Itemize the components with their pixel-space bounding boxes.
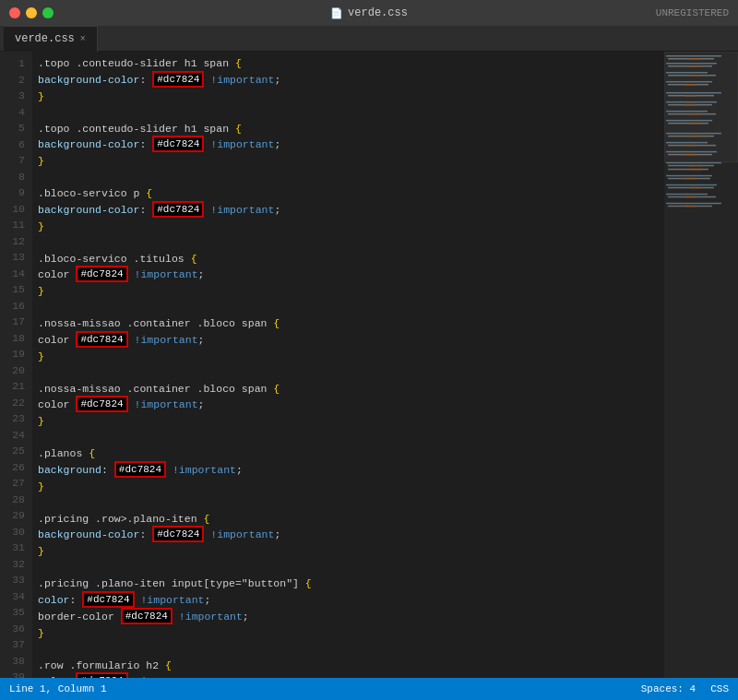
color-badge: #dc7824 [76,672,127,678]
code-line: background-color: #dc7824 !important; [38,527,659,543]
window-controls[interactable] [9,7,54,18]
svg-rect-45 [666,194,708,195]
code-line [38,641,659,658]
code-line: color #dc7824 !important; [38,673,659,678]
line-number: 31 [0,540,25,556]
svg-rect-48 [666,203,721,204]
code-line: background: #dc7824 !important; [38,462,659,479]
code-line [38,364,659,381]
line-number: 10 [0,201,25,218]
code-line: .nossa-missao .container .bloco span { [38,381,659,397]
svg-rect-38 [690,169,701,170]
statusbar: Line 1, Column 1 Spaces: 4 CSS [0,678,738,700]
color-badge: #dc7824 [152,201,204,218]
line-number: 24 [0,427,25,444]
code-line [38,234,659,251]
maximize-button[interactable] [42,7,54,18]
statusbar-left: Line 1, Column 1 [9,683,107,694]
line-number: 13 [0,249,25,266]
tab-close-button[interactable]: × [80,34,86,44]
line-number: 32 [0,556,25,573]
code-line: .planos { [38,445,659,462]
line-number: 25 [0,443,25,459]
tabbar: verde.css × [0,26,738,52]
line-number: 30 [0,524,25,540]
code-line: .topo .conteudo-slider h1 span { [38,121,659,137]
line-number: 37 [0,636,25,653]
code-line: color #dc7824 !important; [38,267,659,283]
active-tab[interactable]: verde.css × [4,26,98,52]
svg-rect-50 [684,206,696,207]
line-number: 34 [0,588,25,605]
svg-rect-39 [666,175,712,176]
line-number: 14 [0,266,25,282]
line-number: 5 [0,120,25,136]
line-number: 33 [0,572,25,588]
line-number: 28 [0,492,25,508]
code-line: } [38,543,659,560]
line-numbers: 1234567891011121314151617181920212223242… [0,52,32,678]
code-line: } [38,349,659,365]
line-number: 3 [0,88,25,104]
titlebar: 📄 verde.css UNREGISTERED [0,0,738,26]
line-number: 7 [0,152,25,169]
code-line: .bloco-servico .titulos { [38,251,659,267]
title-text: verde.css [348,6,408,19]
code-line: .bloco-servico p { [38,185,659,202]
svg-rect-44 [690,187,701,188]
line-number: 2 [0,72,25,89]
color-badge: #dc7824 [152,136,204,152]
svg-rect-37 [668,169,708,170]
line-number: 18 [0,330,25,347]
code-line: } [38,413,659,430]
line-number: 11 [0,217,25,233]
svg-rect-51 [664,52,738,162]
code-line: .pricing .plano-iten input[type="button"… [38,575,659,592]
line-number: 35 [0,604,25,621]
line-number: 17 [0,314,25,330]
code-line [38,300,659,316]
code-line [38,560,659,576]
code-line [38,104,659,121]
svg-rect-47 [684,196,696,197]
svg-rect-41 [684,178,696,179]
line-number: 26 [0,459,25,476]
line-number: 21 [0,378,25,395]
code-line [38,494,659,511]
line-number: 1 [0,55,25,72]
line-number: 20 [0,362,25,379]
line-number: 39 [0,669,25,678]
line-number: 6 [0,136,25,153]
minimize-button[interactable] [26,7,37,18]
line-number: 16 [0,298,25,314]
statusbar-right: Spaces: 4 CSS [641,683,729,694]
tab-label: verde.css [15,32,75,45]
line-number: 22 [0,395,25,411]
file-icon: 📄 [330,7,343,19]
code-line: } [38,219,659,235]
line-number: 8 [0,169,25,185]
minimap-svg [664,52,738,678]
code-line: background-color: #dc7824 !important; [38,202,659,219]
indentation-info: Spaces: 4 [641,683,696,694]
code-line [38,170,659,186]
code-line: } [38,479,659,495]
line-number: 9 [0,184,25,201]
language-mode: CSS [710,683,729,694]
color-badge: #dc7824 [114,461,166,478]
line-number: 4 [0,104,25,121]
code-area[interactable]: .topo .conteudo-slider h1 span { backgro… [32,52,664,678]
code-line: .nossa-missao .container .bloco span { [38,315,659,332]
svg-rect-42 [666,184,717,185]
code-line: } [38,625,659,642]
color-badge: #dc7824 [76,266,127,282]
close-button[interactable] [9,7,20,18]
code-line: } [38,283,659,300]
line-number: 29 [0,507,25,524]
cursor-position: Line 1, Column 1 [9,683,107,694]
line-number: 23 [0,410,25,427]
line-number: 27 [0,475,25,492]
unregistered-label: UNREGISTERED [656,7,729,18]
color-badge: #dc7824 [121,608,173,624]
code-line: .pricing .row>.plano-iten { [38,511,659,528]
